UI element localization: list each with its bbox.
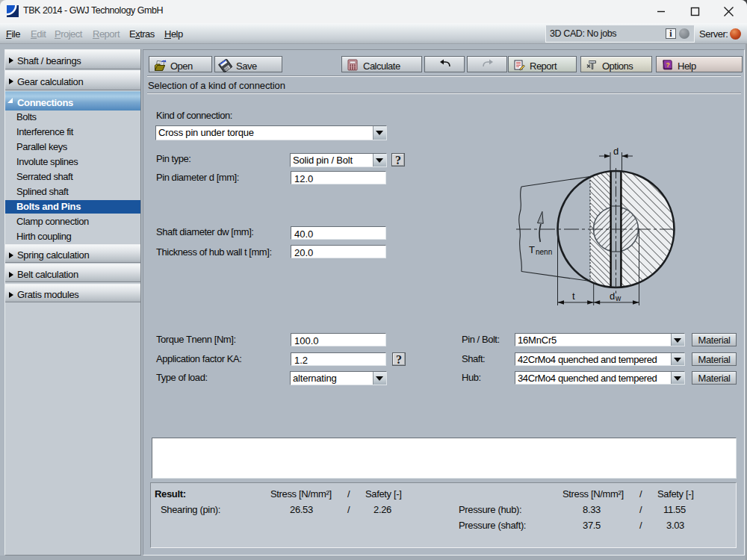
svg-text:?: ?: [666, 61, 669, 69]
